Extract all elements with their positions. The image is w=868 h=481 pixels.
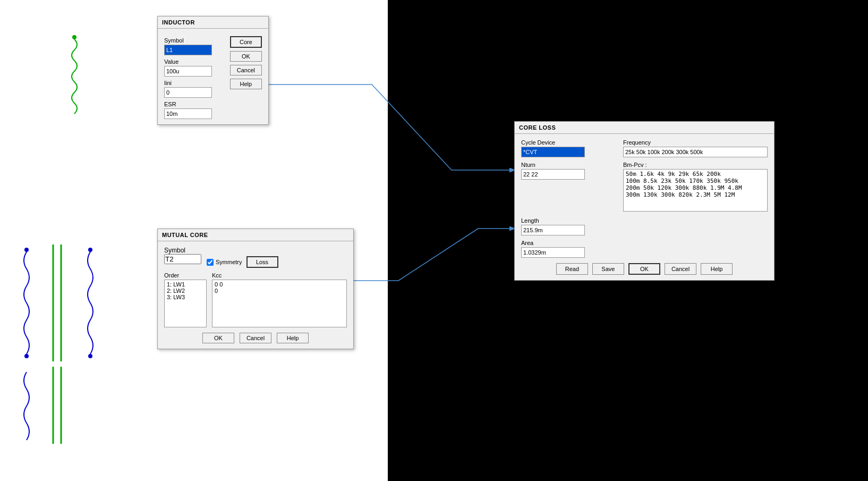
- symmetry-checkbox-label[interactable]: Symmetry: [207, 259, 242, 266]
- mutual-ok-button[interactable]: OK: [202, 333, 234, 343]
- symbol-input[interactable]: [164, 45, 212, 55]
- symmetry-checkbox[interactable]: [207, 259, 214, 266]
- cycle-device-label: Cycle Device: [521, 139, 617, 146]
- mutual-cancel-button[interactable]: Cancel: [240, 333, 271, 343]
- mutual-symbol-label: Symbol: [164, 247, 201, 254]
- nturn-input[interactable]: [521, 169, 585, 180]
- length-label: Length: [521, 217, 617, 224]
- value-input[interactable]: [164, 66, 212, 77]
- frequency-label: Frequency: [623, 139, 768, 146]
- mutual-symbol-input[interactable]: [164, 254, 201, 264]
- length-input[interactable]: [521, 225, 585, 235]
- order-listbox[interactable]: 1: LW1 2: LW2 3: LW3: [164, 280, 207, 327]
- help-button[interactable]: Help: [230, 79, 262, 89]
- inductor-title: INDUCTOR: [158, 16, 268, 29]
- mutual-help-button[interactable]: Help: [277, 333, 309, 343]
- frequency-input[interactable]: [623, 147, 768, 157]
- esr-label: ESR: [164, 101, 226, 107]
- list-item: 3: LW3: [167, 294, 204, 300]
- coreloss-dialog: CORE LOSS Cycle Device Frequency Nturn B…: [514, 121, 775, 281]
- mutual-core-dialog: MUTUAL CORE Symbol Symmetry Loss Order 1…: [157, 229, 354, 349]
- bm-pcv-textarea[interactable]: 50m 1.6k 4k 9k 29k 65k 200k 100m 8.5k 23…: [623, 169, 768, 212]
- svg-point-2: [24, 354, 29, 358]
- order-label: Order: [164, 272, 207, 279]
- svg-point-5: [88, 248, 92, 252]
- coreloss-cancel-button[interactable]: Cancel: [665, 263, 696, 275]
- save-button[interactable]: Save: [592, 263, 624, 275]
- area-label: Area: [521, 240, 617, 246]
- mutual-core-symbol: [16, 234, 159, 446]
- esr-input[interactable]: [164, 108, 212, 119]
- bm-pcv-label: Bm-Pcv :: [623, 162, 768, 168]
- inductor-symbol: [53, 32, 96, 117]
- list-item: 2: LW2: [167, 288, 204, 294]
- kcc-label: Kcc: [212, 272, 347, 279]
- kcc-listbox[interactable]: 0 0 0: [212, 280, 347, 327]
- iini-label: Iini: [164, 80, 226, 86]
- iini-input[interactable]: [164, 87, 212, 98]
- area-input[interactable]: [521, 247, 585, 258]
- coreloss-help-button[interactable]: Help: [701, 263, 733, 275]
- svg-point-1: [24, 248, 29, 252]
- list-item: 0 0: [215, 281, 344, 288]
- ok-button[interactable]: OK: [230, 51, 262, 62]
- inductor-dialog: INDUCTOR Symbol Value Iini ESR Core OK C…: [157, 16, 269, 125]
- nturn-label: Nturn: [521, 162, 617, 168]
- svg-point-6: [88, 354, 92, 358]
- cancel-button[interactable]: Cancel: [230, 65, 262, 75]
- mutual-title: MUTUAL CORE: [158, 229, 353, 241]
- core-button[interactable]: Core: [230, 36, 262, 48]
- value-label: Value: [164, 58, 226, 65]
- read-button[interactable]: Read: [556, 263, 588, 275]
- cycle-device-input[interactable]: [521, 147, 585, 157]
- list-item: 1: LW1: [167, 281, 204, 288]
- loss-button[interactable]: Loss: [246, 256, 278, 268]
- coreloss-title: CORE LOSS: [515, 122, 774, 134]
- coreloss-ok-button[interactable]: OK: [628, 263, 660, 275]
- list-item: 0: [215, 288, 344, 294]
- symbol-label: Symbol: [164, 37, 226, 44]
- svg-point-0: [72, 35, 76, 39]
